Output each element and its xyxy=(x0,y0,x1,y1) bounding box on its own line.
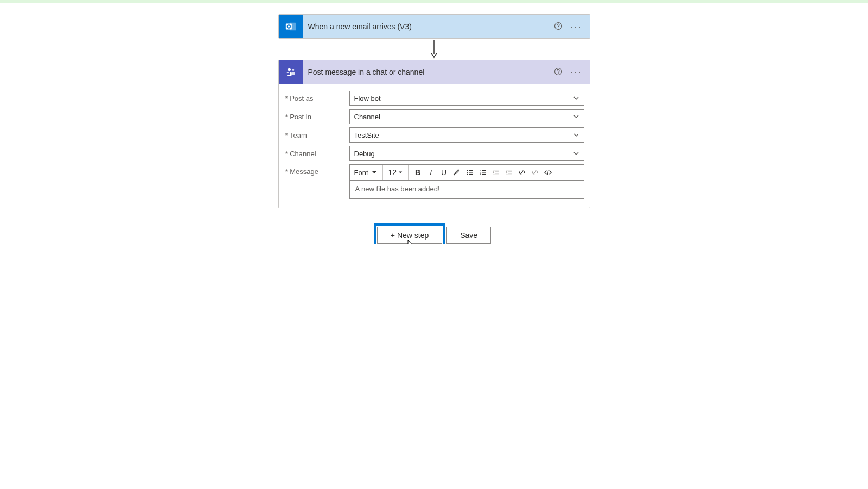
channel-select[interactable]: Debug xyxy=(349,146,584,161)
message-editor[interactable]: A new file has been added! xyxy=(349,181,584,199)
svg-point-14 xyxy=(467,170,468,171)
svg-rect-1 xyxy=(285,24,291,30)
team-select[interactable]: TestSite xyxy=(349,127,584,143)
outlook-icon xyxy=(279,15,303,38)
svg-rect-9 xyxy=(292,72,295,75)
teams-icon: T xyxy=(279,60,303,84)
font-selector[interactable]: Font xyxy=(352,169,379,177)
notification-bar xyxy=(0,0,868,3)
svg-text:3: 3 xyxy=(480,173,481,176)
italic-button[interactable]: I xyxy=(425,166,437,178)
code-view-button[interactable] xyxy=(542,166,554,178)
svg-point-13 xyxy=(558,73,559,73)
new-step-button[interactable]: + New step xyxy=(377,227,442,244)
action-card-body: * Post as Flow bot * Post in Channel xyxy=(279,84,590,208)
action-card-header[interactable]: T Post message in a chat or channel ··· xyxy=(279,60,590,84)
unlink-button[interactable] xyxy=(529,166,541,178)
post-as-label: * Post as xyxy=(284,94,349,102)
trigger-card-header[interactable]: When a new email arrives (V3) ··· xyxy=(279,15,590,38)
message-toolbar: Font 12 B I U xyxy=(349,164,584,181)
highlight-button[interactable] xyxy=(451,166,463,178)
flow-arrow xyxy=(430,39,438,60)
more-options-icon[interactable]: ··· xyxy=(570,67,582,77)
svg-point-6 xyxy=(288,68,291,72)
trigger-title: When a new email arrives (V3) xyxy=(303,22,554,31)
post-in-label: * Post in xyxy=(284,113,349,121)
trigger-card[interactable]: When a new email arrives (V3) ··· xyxy=(278,14,590,39)
flow-canvas: When a new email arrives (V3) ··· xyxy=(278,14,590,244)
channel-label: * Channel xyxy=(284,150,349,158)
help-icon[interactable] xyxy=(554,22,563,32)
post-as-select[interactable]: Flow bot xyxy=(349,91,584,106)
numbered-list-button[interactable]: 1 2 3 xyxy=(477,166,489,178)
decrease-indent-button[interactable] xyxy=(490,166,502,178)
help-icon[interactable] xyxy=(554,67,563,78)
chevron-down-icon xyxy=(573,132,579,138)
team-label: * Team xyxy=(284,131,349,139)
action-title: Post message in a chat or channel xyxy=(303,68,554,76)
footer-buttons: + New step Save xyxy=(278,227,590,244)
font-size-selector[interactable]: 12 xyxy=(386,168,405,177)
chevron-down-icon xyxy=(573,150,579,157)
svg-point-18 xyxy=(467,174,468,175)
bold-button[interactable]: B xyxy=(412,166,424,178)
action-card: T Post message in a chat or channel ··· … xyxy=(278,60,590,208)
chevron-down-icon xyxy=(573,113,579,120)
svg-point-16 xyxy=(467,172,468,173)
svg-point-7 xyxy=(292,69,294,72)
svg-point-4 xyxy=(558,27,559,28)
save-button[interactable]: Save xyxy=(446,227,491,244)
message-label: * Message xyxy=(284,164,349,176)
link-button[interactable] xyxy=(516,166,528,178)
increase-indent-button[interactable] xyxy=(503,166,515,178)
underline-button[interactable]: U xyxy=(438,166,450,178)
chevron-down-icon xyxy=(573,95,579,101)
bulleted-list-button[interactable] xyxy=(464,166,476,178)
post-in-select[interactable]: Channel xyxy=(349,109,584,124)
more-options-icon[interactable]: ··· xyxy=(570,22,582,31)
